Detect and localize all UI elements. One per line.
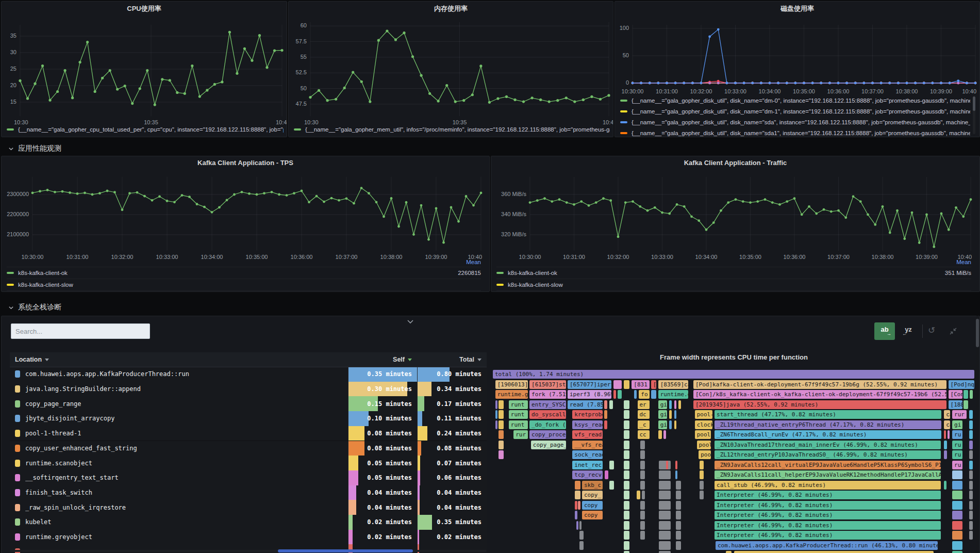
flame-frame[interactable]: _do_fork ( [529, 420, 566, 429]
flame-frame[interactable] [651, 390, 656, 399]
flame-frame[interactable] [499, 430, 504, 439]
flame-frame[interactable] [666, 461, 668, 469]
flame-frame[interactable] [952, 541, 962, 550]
flame-frame[interactable] [659, 521, 671, 530]
table-row[interactable]: __softirqentry_text_start0.05 minutes0.0… [10, 470, 487, 486]
flame-frame[interactable] [624, 420, 629, 429]
flame-frame[interactable] [952, 531, 962, 540]
flame-frame[interactable] [640, 481, 645, 490]
flame-frame[interactable] [613, 380, 622, 389]
legend-label[interactable]: k8s-kafka-client-ok [18, 270, 68, 276]
flame-frame[interactable]: sock_read [572, 450, 603, 459]
flame-frame[interactable]: runtime.g [495, 390, 528, 399]
flame-frame[interactable] [659, 531, 671, 540]
tps-plot[interactable] [32, 177, 481, 251]
flame-frame[interactable] [969, 410, 973, 419]
flame-frame[interactable] [659, 491, 671, 499]
flame-frame[interactable]: kretprobe [572, 410, 603, 419]
panel-title-cpu[interactable]: CPU使用率 [2, 4, 287, 13]
table-row[interactable]: copy_user_enhanced_fast_string0.08 minut… [10, 441, 487, 457]
flame-frame[interactable] [700, 470, 703, 479]
panel-dropdown-chevron-icon[interactable] [407, 319, 414, 324]
flame-frame[interactable] [499, 400, 504, 409]
panel-title-disk[interactable]: 磁盘使用率 [615, 4, 979, 13]
flame-frame[interactable] [609, 481, 613, 490]
flame-frame[interactable] [604, 420, 607, 429]
flame-frame[interactable] [613, 390, 617, 399]
flame-frame[interactable] [969, 521, 973, 530]
flame-frame[interactable]: [83569]cad [658, 380, 688, 389]
flame-frame[interactable]: ru [952, 461, 962, 469]
flame-frame[interactable] [579, 521, 582, 530]
flame-frame[interactable] [659, 461, 671, 469]
flame-frame[interactable]: runt [509, 410, 528, 419]
flame-frame[interactable] [609, 461, 613, 469]
flame-frame[interactable]: read (7.85% [568, 400, 603, 409]
flame-frame[interactable] [952, 491, 962, 499]
flame-frame[interactable] [944, 450, 947, 459]
flame-frame[interactable] [576, 521, 578, 530]
flame-frame[interactable] [674, 420, 677, 429]
flame-frame[interactable]: total (100%, 1.74 minutes) [493, 370, 974, 379]
table-row[interactable]: com.huawei.aops.app.KafkaProducerThread:… [10, 367, 487, 382]
flame-frame[interactable] [624, 461, 629, 469]
flame-frame[interactable]: Interpreter (46.99%, 0.82 minutes) [715, 501, 940, 510]
flame-frame[interactable] [964, 400, 968, 409]
flame-frame[interactable]: iperf3 (8.96% [568, 390, 611, 399]
flame-frame[interactable] [659, 551, 671, 553]
flame-frame[interactable]: rur [513, 430, 528, 439]
legend-label[interactable]: k8s-kafka-client-ok [508, 270, 557, 276]
flame-frame[interactable] [675, 470, 677, 479]
flame-frame[interactable] [676, 501, 680, 510]
legend-label[interactable]: {__name__="gala_gopher_disk_util", disk_… [632, 119, 970, 125]
flame-frame[interactable]: gi [952, 420, 962, 429]
flame-frame[interactable] [495, 400, 497, 409]
flame-frame[interactable]: dc [638, 410, 650, 419]
flame-frame[interactable]: [831 [632, 380, 650, 389]
flame-frame[interactable] [734, 551, 934, 553]
column-header-total[interactable]: Total [417, 352, 487, 367]
flame-frame[interactable] [969, 461, 973, 469]
flame-frame[interactable] [575, 501, 577, 510]
flame-frame[interactable] [944, 441, 947, 449]
legend-label[interactable]: {__name__="gala_gopher_mem_util", infos=… [305, 126, 610, 133]
flame-frame[interactable] [609, 400, 612, 409]
flame-frame[interactable]: pool-1 [695, 430, 711, 439]
flame-frame[interactable] [579, 541, 583, 550]
flame-frame[interactable] [726, 551, 732, 553]
flame-frame[interactable] [624, 400, 629, 409]
flame-frame[interactable] [624, 521, 629, 530]
flame-frame[interactable]: ksys_read [572, 420, 603, 429]
flame-frame[interactable]: com.huawei.aops.app.KafkaProducerThread:… [716, 541, 938, 550]
flame-frame[interactable]: call_stub (46.99%, 0.82 minutes) [715, 481, 940, 490]
flame-frame[interactable] [640, 450, 645, 459]
flame-frame[interactable] [969, 430, 973, 439]
flame-frame[interactable] [676, 511, 680, 519]
flame-frame[interactable] [624, 430, 629, 439]
legend-label[interactable]: {__name__="gala_gopher_disk_util", disk_… [632, 130, 970, 136]
flame-frame[interactable]: __vfs_rea [572, 441, 603, 449]
flame-frame[interactable] [700, 461, 703, 469]
flame-frame[interactable] [675, 461, 677, 469]
section-fullstack-diagnosis[interactable]: 系统全栈诊断 [8, 302, 61, 313]
flame-frame[interactable] [624, 541, 629, 550]
page-scrollbar-thumb[interactable] [976, 319, 979, 347]
legend-label[interactable]: {__name__="gala_gopher_cpu_total_used_pe… [18, 126, 284, 133]
column-header-location[interactable]: Location [10, 352, 348, 367]
flame-frame[interactable] [969, 481, 973, 490]
flame-frame[interactable] [969, 441, 973, 449]
flame-frame[interactable]: tcp_recv [572, 470, 603, 479]
flame-frame[interactable] [640, 501, 645, 510]
flame-frame[interactable]: copy_ [582, 491, 603, 499]
flame-frame[interactable] [624, 410, 629, 419]
flame-frame[interactable]: ca [944, 420, 950, 429]
flame-frame[interactable]: start_thread (47.17%, 0.82 minutes) [715, 410, 941, 419]
flame-frame[interactable] [952, 521, 962, 530]
flame-frame[interactable] [499, 410, 504, 419]
flame-frame[interactable] [624, 501, 629, 510]
flame-frame[interactable] [640, 511, 645, 519]
flame-frame[interactable]: do_syscall_ [529, 410, 566, 419]
flame-frame[interactable]: [188139 [949, 400, 962, 409]
flame-frame[interactable] [624, 511, 629, 519]
table-row[interactable]: runtime.greyobject0.02 minutes0.02 minut… [10, 530, 487, 545]
